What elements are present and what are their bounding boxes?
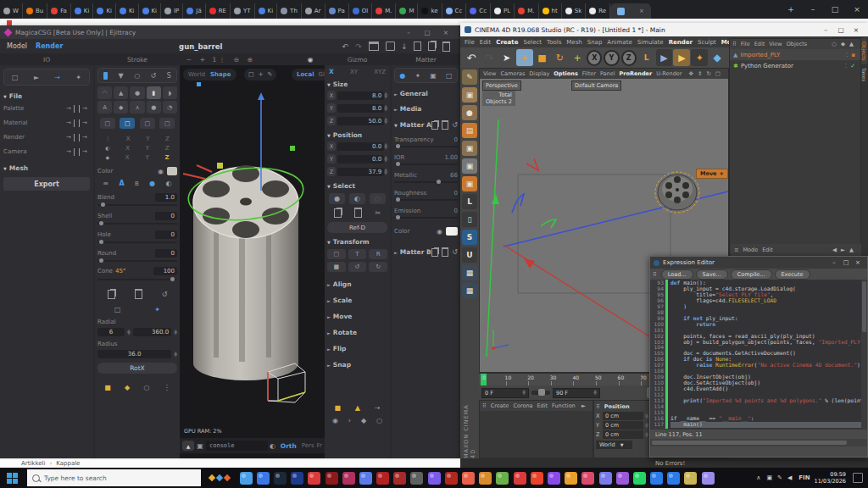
select-cut-icon[interactable]: ✂	[376, 209, 381, 217]
attr-back-icon[interactable]: ◀	[832, 247, 837, 253]
default-camera-button[interactable]: Default Camera	[571, 80, 621, 91]
grid-array-icon[interactable]: □	[114, 306, 121, 313]
objmgr-menu-edit[interactable]: Edit	[754, 41, 765, 47]
browser-tab[interactable]: W	[0, 3, 23, 19]
zoom-out-button[interactable]: −	[183, 53, 195, 65]
browser-tab[interactable]: M.	[372, 3, 396, 19]
mirror-z-toggle[interactable]: Z	[164, 154, 169, 161]
tab-objects[interactable]: Objects	[861, 38, 867, 64]
taskbar-app-icon[interactable]	[616, 472, 629, 485]
mirror-z-toggle[interactable]: Z	[165, 145, 170, 152]
taskbar-app-icon[interactable]	[496, 472, 509, 485]
paint-icon[interactable]: ✎	[268, 71, 273, 78]
browser-tab[interactable]: M.	[515, 3, 538, 19]
coord-system-icon[interactable]: L	[638, 49, 655, 66]
object-item[interactable]: ✱Python Generator⁚✓	[730, 60, 860, 71]
position-field-value[interactable]: 0.0	[337, 142, 384, 151]
y-axis-lock-button[interactable]: Y	[604, 50, 619, 66]
drop-icon[interactable]: ●	[149, 180, 155, 187]
mirror-x-toggle[interactable]: X	[125, 154, 130, 161]
new-file-icon[interactable]	[414, 42, 421, 51]
menu-select[interactable]: Select	[523, 39, 542, 46]
pen-tool-icon[interactable]: ✎	[462, 69, 477, 85]
expression-editor-titlebar[interactable]: Expression Editor – □ ×	[650, 257, 867, 269]
loop-tool-icon[interactable]: ○	[134, 72, 140, 80]
magicacsg-close-button[interactable]: ×	[437, 29, 455, 36]
screenshot-camera-icon[interactable]: ▣	[194, 442, 206, 450]
magicacsg-maximize-button[interactable]: □	[418, 29, 437, 36]
param-knob[interactable]	[396, 197, 400, 202]
browser-tab[interactable]: ht	[539, 3, 562, 19]
radial-angle-field[interactable]: 360.0	[133, 328, 171, 336]
browser-tab[interactable]: IP	[161, 3, 183, 19]
polygon-tool-icon[interactable]: ◆	[114, 101, 128, 114]
taskbar-app-icon[interactable]	[342, 472, 355, 485]
c4d-minimize-button[interactable]: –	[818, 26, 833, 34]
menu-mesh[interactable]: Mesh	[566, 39, 581, 46]
code-line[interactable]: flags=c4d.FILESELECT_LOAD	[670, 298, 867, 304]
link-tool-icon[interactable]: ↺	[151, 72, 157, 80]
code-line[interactable]: obj = build_polygon_object(points, faces…	[670, 340, 867, 346]
browser-tab[interactable]: Ar	[302, 3, 326, 19]
vp-menu-prorender[interactable]: ProRender	[619, 70, 652, 77]
gizmo-section-scale[interactable]: ►Scale	[327, 297, 387, 304]
export-icon[interactable]: →	[79, 119, 90, 127]
taskbar-app-icon[interactable]	[274, 472, 287, 485]
param-value[interactable]: 66	[450, 172, 458, 179]
param-value[interactable]: 0	[454, 190, 458, 197]
param-track[interactable]	[394, 181, 458, 183]
tab-xyz[interactable]: XYZ	[374, 69, 386, 75]
palette-icon[interactable]: ◐	[268, 442, 278, 450]
add-icon[interactable]: +	[259, 71, 264, 78]
snap-s-icon[interactable]: S	[462, 230, 477, 245]
vp-move-icon[interactable]: ✥	[688, 70, 693, 77]
tab-render[interactable]: Render	[36, 42, 63, 50]
param-value[interactable]: 0	[454, 136, 458, 143]
code-line[interactable]: c4d.EventAdd()	[670, 386, 867, 392]
transfer-icon[interactable]: →	[54, 74, 60, 81]
sphere-tool-icon[interactable]: ●	[130, 86, 144, 99]
undo-icon[interactable]: ↶	[338, 42, 352, 51]
grid-code-icon[interactable]: ▦	[462, 283, 477, 298]
code-line[interactable]	[670, 404, 867, 410]
import-icon[interactable]: →	[64, 134, 75, 141]
mirror-mode-icon[interactable]: ◆	[105, 154, 109, 160]
expand-console-button[interactable]: ▲	[182, 441, 194, 451]
taskbar-app-icon[interactable]	[548, 472, 560, 485]
matter-a-caret[interactable]: ▼	[394, 123, 398, 128]
size-field-value[interactable]: 8.0	[337, 104, 384, 113]
quad-view-icon[interactable]: ■	[104, 384, 111, 391]
browser-tab[interactable]: Pa	[326, 3, 349, 19]
radial-count-field[interactable]: 6	[97, 328, 125, 336]
mouse-mode-icon[interactable]: ▯	[462, 212, 477, 227]
param-knob[interactable]	[396, 144, 400, 148]
export-download-icon[interactable]: ↓	[398, 42, 410, 51]
transform-copy-icon[interactable]: □	[327, 249, 346, 259]
rotate-tool-icon[interactable]: ↻	[551, 49, 568, 66]
ee-close-button[interactable]: ×	[852, 259, 864, 266]
taskbar-app-icon[interactable]	[531, 472, 543, 485]
slider-value[interactable]: 0	[155, 230, 177, 239]
hierarchy-icon[interactable]: ►	[34, 74, 39, 81]
objmgr-menu-view[interactable]: View	[769, 41, 782, 47]
scale-tool-icon[interactable]: ■	[534, 49, 551, 66]
visibility-dots-icon[interactable]: ⁚	[846, 52, 848, 58]
matter-a-reset-icon[interactable]: ↺	[452, 121, 458, 129]
slider-track[interactable]	[97, 223, 177, 225]
spline-tool-icon[interactable]: S	[167, 72, 171, 80]
param-track[interactable]	[394, 217, 458, 219]
objmgr-menu-file[interactable]: File	[741, 41, 750, 47]
taskbar-app-icon[interactable]	[445, 472, 458, 485]
cone-slider[interactable]	[97, 279, 177, 280]
grid-plus-icon[interactable]: ⊕	[244, 53, 256, 65]
mirror-y-toggle[interactable]: Y	[145, 154, 148, 161]
wire-sphere-icon[interactable]: ○	[144, 384, 150, 391]
tray-volume-icon[interactable]: ◀	[787, 474, 792, 481]
select-none-icon[interactable]: ○	[370, 193, 386, 204]
taskbar-app-icon[interactable]	[514, 472, 526, 485]
cortana-sparkles-icon[interactable]	[208, 475, 231, 480]
menu-tools[interactable]: Tools	[547, 39, 561, 46]
browser-tab[interactable]: RE	[206, 3, 231, 19]
taskbar-app-icon[interactable]	[257, 472, 270, 485]
tray-expand-icon[interactable]: ∧	[756, 474, 760, 481]
